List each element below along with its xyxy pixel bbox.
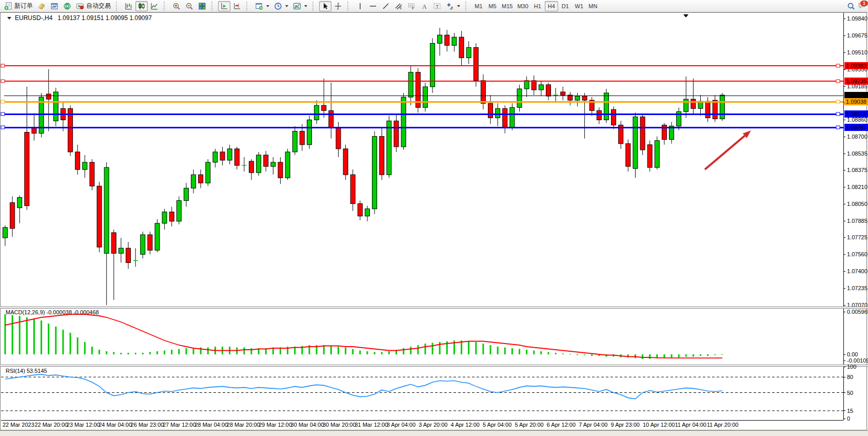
- svg-text:E: E: [400, 6, 402, 10]
- search-button[interactable]: [845, 1, 857, 11]
- tile-windows-button[interactable]: [196, 1, 208, 11]
- crosshair-button[interactable]: [332, 1, 344, 11]
- x-axis-label: 22 Mar 2023: [3, 422, 34, 428]
- candle: [184, 188, 189, 200]
- price-tag-label: 1.09097: [846, 92, 866, 99]
- search-icon: [847, 2, 855, 10]
- macd-bar: [700, 354, 701, 356]
- indicators-dropdown[interactable]: [291, 1, 309, 11]
- fibonacci-button[interactable]: F: [405, 1, 418, 11]
- new-order-button[interactable]: 新订单: [2, 1, 35, 11]
- macd-bar: [649, 354, 650, 359]
- candle: [220, 152, 225, 160]
- timeframe-m15-button[interactable]: M15: [500, 1, 515, 11]
- signals-icon: [63, 2, 71, 10]
- signals-button[interactable]: [61, 1, 73, 11]
- data-window-button[interactable]: [48, 1, 61, 11]
- timeframe-h4-button[interactable]: H4: [545, 1, 558, 11]
- x-axis-label: 30 Mar 20:00: [323, 422, 356, 428]
- x-axis-label: 23 Mar 12:00: [67, 422, 100, 428]
- candle: [97, 186, 102, 247]
- macd-bar: [338, 347, 339, 354]
- macd-bar: [693, 354, 694, 357]
- auto-trading-label: 自动交易: [86, 2, 111, 10]
- macd-bar: [330, 346, 332, 355]
- timeframe-w1-button[interactable]: W1: [573, 1, 586, 11]
- line-chart-icon: [150, 2, 159, 10]
- candle: [104, 167, 109, 253]
- candle: [176, 201, 181, 221]
- vertical-line-button[interactable]: [354, 1, 366, 11]
- periods-dropdown[interactable]: [272, 1, 290, 11]
- macd-bar: [142, 353, 144, 354]
- candle: [503, 108, 507, 127]
- macd-bar: [388, 351, 390, 354]
- candle: [713, 100, 717, 119]
- timeframe-m30-button[interactable]: M30: [515, 1, 530, 11]
- macd-bar: [526, 350, 527, 354]
- text-button[interactable]: A: [418, 1, 430, 11]
- y-tick-label: 1.07725: [847, 234, 867, 240]
- candlestick-chart-icon: [137, 2, 146, 10]
- text-label-button[interactable]: T: [431, 1, 443, 11]
- zoom-in-button[interactable]: [170, 1, 183, 11]
- text-icon: A: [420, 2, 428, 10]
- timeframe-m5-button[interactable]: M5: [486, 1, 499, 11]
- equidistant-channel-icon: E: [394, 2, 403, 10]
- macd-bar: [5, 314, 6, 354]
- macd-bar: [70, 333, 71, 354]
- timeframe-mn-button[interactable]: MN: [586, 1, 600, 11]
- rsi-line: [5, 374, 722, 399]
- y-tick-label: 1.08375: [847, 167, 867, 173]
- arrows-dropdown[interactable]: [444, 1, 462, 11]
- new-chart-dropdown[interactable]: [253, 1, 271, 11]
- main-toolbar: 新订单 自动交易: [0, 0, 868, 12]
- timeframe-h1-button[interactable]: H1: [531, 1, 544, 11]
- candle: [705, 101, 710, 118]
- x-axis-label: 31 Mar 12:00: [354, 422, 388, 428]
- zoom-out-button[interactable]: [183, 1, 195, 11]
- timeframe-m1-button[interactable]: M1: [472, 1, 485, 11]
- rsi-axis-label: 100: [847, 364, 856, 370]
- timeframe-d1-button[interactable]: D1: [559, 1, 572, 11]
- candle: [358, 204, 362, 216]
- equidistant-channel-button[interactable]: E: [392, 1, 405, 11]
- macd-bar: [424, 344, 426, 354]
- macd-bar: [403, 348, 404, 354]
- line-chart-button[interactable]: [148, 1, 161, 11]
- candlestick-chart-button[interactable]: [135, 1, 148, 11]
- macd-bar: [77, 337, 78, 354]
- price-tag-label: 1.08787: [846, 124, 866, 130]
- trendline-button[interactable]: [380, 1, 392, 11]
- candle: [408, 72, 413, 97]
- toolbar-separator: [164, 2, 168, 11]
- candle: [524, 81, 529, 89]
- candle: [481, 81, 485, 103]
- market-watch-button[interactable]: [35, 1, 48, 11]
- candle: [285, 152, 290, 178]
- auto-trading-button[interactable]: 自动交易: [74, 1, 113, 11]
- bar-chart-button[interactable]: [123, 1, 135, 11]
- macd-bar: [540, 351, 542, 354]
- macd-bar: [171, 350, 172, 354]
- price-chart-canvas[interactable]: 1.098401.096751.095101.093501.091851.090…: [0, 0, 868, 436]
- candle: [626, 144, 630, 166]
- candle: [575, 96, 580, 100]
- chart-shift-button[interactable]: [231, 1, 243, 11]
- x-axis-label: 7 Apr 04:00: [579, 422, 607, 428]
- horizontal-line-button[interactable]: [367, 1, 379, 11]
- symbol-dropdown-icon[interactable]: [7, 17, 11, 20]
- macd-bar: [323, 345, 325, 354]
- notifications-button[interactable]: 1: [858, 1, 866, 11]
- candle: [394, 121, 399, 146]
- auto-scroll-icon: [220, 2, 228, 10]
- line-handle: [1, 112, 5, 116]
- line-handle: [1, 64, 5, 67]
- cursor-button[interactable]: [319, 1, 331, 11]
- line-handle: [836, 80, 840, 83]
- candle: [206, 162, 210, 183]
- candle: [155, 223, 160, 250]
- candle: [53, 92, 58, 121]
- candle: [597, 110, 601, 120]
- auto-scroll-button[interactable]: [218, 1, 230, 11]
